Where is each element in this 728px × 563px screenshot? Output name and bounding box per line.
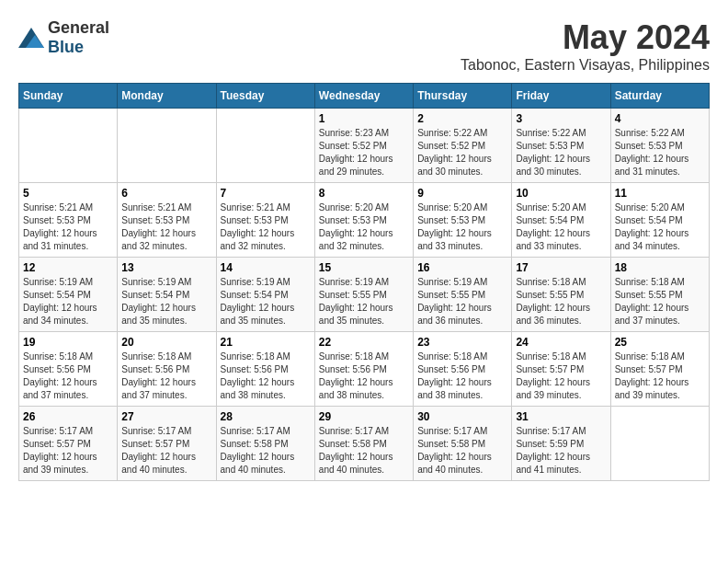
day-info: Sunrise: 5:21 AMSunset: 5:53 PMDaylight:…: [121, 201, 211, 253]
day-info: Sunrise: 5:17 AMSunset: 5:59 PMDaylight:…: [516, 425, 606, 477]
day-info: Sunrise: 5:17 AMSunset: 5:57 PMDaylight:…: [23, 425, 113, 477]
day-number: 30: [417, 410, 507, 423]
calendar-cell: 15Sunrise: 5:19 AMSunset: 5:55 PMDayligh…: [314, 258, 413, 332]
week-row-2: 5Sunrise: 5:21 AMSunset: 5:53 PMDaylight…: [19, 183, 710, 258]
day-number: 22: [319, 336, 409, 349]
day-info: Sunrise: 5:17 AMSunset: 5:58 PMDaylight:…: [319, 425, 409, 477]
day-header-tuesday: Tuesday: [216, 84, 314, 109]
calendar-cell: 27Sunrise: 5:17 AMSunset: 5:57 PMDayligh…: [118, 407, 216, 481]
day-number: 17: [516, 261, 606, 274]
day-info: Sunrise: 5:22 AMSunset: 5:53 PMDaylight:…: [516, 127, 606, 178]
day-info: Sunrise: 5:23 AMSunset: 5:52 PMDaylight:…: [319, 127, 409, 178]
day-info: Sunrise: 5:19 AMSunset: 5:54 PMDaylight:…: [23, 276, 113, 327]
day-number: 7: [221, 187, 311, 200]
location-title: Tabonoc, Eastern Visayas, Philippines: [461, 57, 710, 74]
month-title: May 2024: [461, 18, 710, 57]
week-row-4: 19Sunrise: 5:18 AMSunset: 5:56 PMDayligh…: [19, 332, 710, 407]
day-number: 24: [516, 336, 606, 349]
calendar-cell: 12Sunrise: 5:19 AMSunset: 5:54 PMDayligh…: [19, 258, 118, 332]
day-number: 29: [319, 410, 409, 423]
calendar-cell: 4Sunrise: 5:22 AMSunset: 5:53 PMDaylight…: [610, 109, 709, 183]
week-row-1: 1Sunrise: 5:23 AMSunset: 5:52 PMDaylight…: [19, 109, 710, 183]
day-header-wednesday: Wednesday: [314, 84, 413, 109]
day-number: 20: [121, 336, 211, 349]
calendar-cell: [118, 109, 216, 183]
day-info: Sunrise: 5:21 AMSunset: 5:53 PMDaylight:…: [23, 201, 113, 253]
calendar-cell: 31Sunrise: 5:17 AMSunset: 5:59 PMDayligh…: [512, 407, 610, 481]
calendar-cell: [216, 109, 314, 183]
calendar-cell: 18Sunrise: 5:18 AMSunset: 5:55 PMDayligh…: [610, 258, 709, 332]
day-number: 6: [121, 187, 211, 200]
calendar-cell: 11Sunrise: 5:20 AMSunset: 5:54 PMDayligh…: [610, 183, 709, 258]
day-info: Sunrise: 5:20 AMSunset: 5:53 PMDaylight:…: [417, 201, 507, 253]
day-info: Sunrise: 5:18 AMSunset: 5:56 PMDaylight:…: [23, 350, 113, 402]
calendar-cell: 1Sunrise: 5:23 AMSunset: 5:52 PMDaylight…: [314, 109, 413, 183]
calendar-cell: 13Sunrise: 5:19 AMSunset: 5:54 PMDayligh…: [118, 258, 216, 332]
day-info: Sunrise: 5:19 AMSunset: 5:54 PMDaylight:…: [221, 276, 311, 327]
calendar-cell: 26Sunrise: 5:17 AMSunset: 5:57 PMDayligh…: [19, 407, 118, 481]
logo-text-blue: Blue: [48, 38, 84, 56]
day-info: Sunrise: 5:21 AMSunset: 5:53 PMDaylight:…: [221, 201, 311, 253]
calendar-cell: 8Sunrise: 5:20 AMSunset: 5:53 PMDaylight…: [314, 183, 413, 258]
day-info: Sunrise: 5:22 AMSunset: 5:52 PMDaylight:…: [417, 127, 507, 178]
week-row-5: 26Sunrise: 5:17 AMSunset: 5:57 PMDayligh…: [19, 407, 710, 481]
day-info: Sunrise: 5:17 AMSunset: 5:58 PMDaylight:…: [417, 425, 507, 477]
day-info: Sunrise: 5:20 AMSunset: 5:53 PMDaylight:…: [319, 201, 409, 253]
day-headers-row: SundayMondayTuesdayWednesdayThursdayFrid…: [19, 84, 710, 109]
title-block: May 2024 Tabonoc, Eastern Visayas, Phili…: [461, 18, 710, 74]
calendar-cell: 25Sunrise: 5:18 AMSunset: 5:57 PMDayligh…: [610, 332, 709, 407]
day-info: Sunrise: 5:18 AMSunset: 5:56 PMDaylight:…: [319, 350, 409, 402]
calendar-cell: 23Sunrise: 5:18 AMSunset: 5:56 PMDayligh…: [414, 332, 512, 407]
logo: General Blue: [18, 18, 109, 57]
day-number: 28: [221, 410, 311, 423]
calendar-cell: 14Sunrise: 5:19 AMSunset: 5:54 PMDayligh…: [216, 258, 314, 332]
day-info: Sunrise: 5:18 AMSunset: 5:55 PMDaylight:…: [615, 276, 705, 327]
day-info: Sunrise: 5:18 AMSunset: 5:57 PMDaylight:…: [516, 350, 606, 402]
day-number: 11: [615, 187, 705, 200]
calendar-cell: 3Sunrise: 5:22 AMSunset: 5:53 PMDaylight…: [512, 109, 610, 183]
page-header: General Blue May 2024 Tabonoc, Eastern V…: [18, 18, 710, 74]
logo-icon: [18, 28, 44, 48]
week-row-3: 12Sunrise: 5:19 AMSunset: 5:54 PMDayligh…: [19, 258, 710, 332]
day-number: 26: [23, 410, 113, 423]
day-number: 21: [221, 336, 311, 349]
day-header-saturday: Saturday: [610, 84, 709, 109]
day-number: 13: [121, 261, 211, 274]
day-number: 8: [319, 187, 409, 200]
day-info: Sunrise: 5:20 AMSunset: 5:54 PMDaylight:…: [615, 201, 705, 253]
calendar-cell: 21Sunrise: 5:18 AMSunset: 5:56 PMDayligh…: [216, 332, 314, 407]
logo-text-general: General: [48, 18, 109, 37]
day-number: 23: [417, 336, 507, 349]
day-header-thursday: Thursday: [414, 84, 512, 109]
calendar-cell: 16Sunrise: 5:19 AMSunset: 5:55 PMDayligh…: [414, 258, 512, 332]
calendar-cell: 7Sunrise: 5:21 AMSunset: 5:53 PMDaylight…: [216, 183, 314, 258]
calendar-cell: 28Sunrise: 5:17 AMSunset: 5:58 PMDayligh…: [216, 407, 314, 481]
day-info: Sunrise: 5:22 AMSunset: 5:53 PMDaylight:…: [615, 127, 705, 178]
day-number: 9: [417, 187, 507, 200]
day-header-sunday: Sunday: [19, 84, 118, 109]
day-header-friday: Friday: [512, 84, 610, 109]
calendar-cell: 29Sunrise: 5:17 AMSunset: 5:58 PMDayligh…: [314, 407, 413, 481]
day-number: 1: [319, 112, 409, 125]
day-number: 2: [417, 112, 507, 125]
day-number: 4: [615, 112, 705, 125]
calendar-cell: 2Sunrise: 5:22 AMSunset: 5:52 PMDaylight…: [414, 109, 512, 183]
day-number: 3: [516, 112, 606, 125]
day-info: Sunrise: 5:18 AMSunset: 5:56 PMDaylight:…: [121, 350, 211, 402]
day-info: Sunrise: 5:17 AMSunset: 5:58 PMDaylight:…: [221, 425, 311, 477]
day-number: 16: [417, 261, 507, 274]
day-number: 18: [615, 261, 705, 274]
day-header-monday: Monday: [118, 84, 216, 109]
calendar-cell: 24Sunrise: 5:18 AMSunset: 5:57 PMDayligh…: [512, 332, 610, 407]
calendar-cell: 10Sunrise: 5:20 AMSunset: 5:54 PMDayligh…: [512, 183, 610, 258]
calendar-cell: 9Sunrise: 5:20 AMSunset: 5:53 PMDaylight…: [414, 183, 512, 258]
day-info: Sunrise: 5:19 AMSunset: 5:54 PMDaylight:…: [121, 276, 211, 327]
day-number: 27: [121, 410, 211, 423]
day-info: Sunrise: 5:20 AMSunset: 5:54 PMDaylight:…: [516, 201, 606, 253]
day-info: Sunrise: 5:18 AMSunset: 5:56 PMDaylight:…: [417, 350, 507, 402]
day-info: Sunrise: 5:18 AMSunset: 5:55 PMDaylight:…: [516, 276, 606, 327]
calendar-cell: 5Sunrise: 5:21 AMSunset: 5:53 PMDaylight…: [19, 183, 118, 258]
calendar-cell: 6Sunrise: 5:21 AMSunset: 5:53 PMDaylight…: [118, 183, 216, 258]
calendar-cell: 19Sunrise: 5:18 AMSunset: 5:56 PMDayligh…: [19, 332, 118, 407]
day-number: 31: [516, 410, 606, 423]
